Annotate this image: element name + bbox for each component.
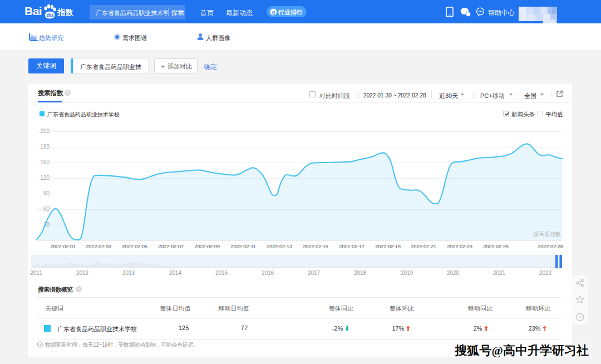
svg-text:?: ? [579, 314, 582, 320]
